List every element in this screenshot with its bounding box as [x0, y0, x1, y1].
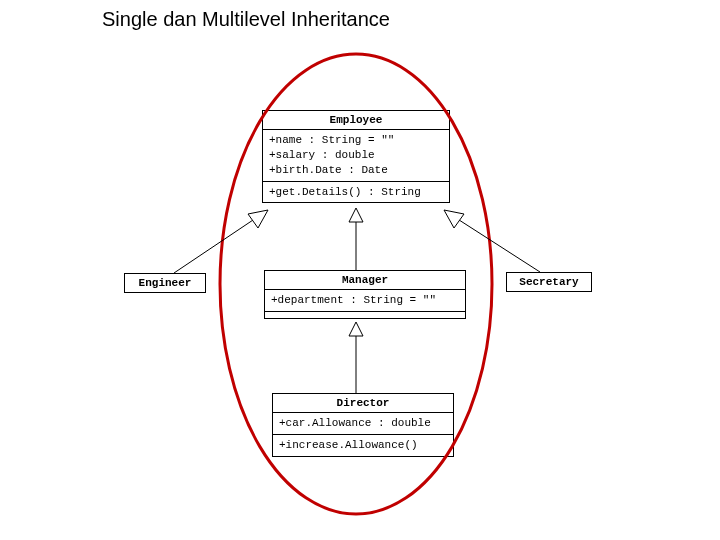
class-name: Secretary [507, 273, 591, 291]
svg-line-4 [456, 218, 540, 272]
slide-title: Single dan Multilevel Inheritance [102, 8, 390, 31]
class-operations: +increase.Allowance() [273, 435, 453, 456]
generalization-director-manager [349, 322, 363, 393]
class-operations [265, 312, 465, 318]
class-employee: Employee +name : String = "" +salary : d… [262, 110, 450, 203]
class-secretary: Secretary [506, 272, 592, 292]
svg-marker-5 [444, 210, 464, 228]
class-attributes: +name : String = "" +salary : double +bi… [263, 130, 449, 182]
class-name: Manager [265, 271, 465, 290]
class-name: Employee [263, 111, 449, 130]
class-manager: Manager +department : String = "" [264, 270, 466, 319]
class-operations: +get.Details() : String [263, 182, 449, 203]
class-name: Director [273, 394, 453, 413]
svg-marker-7 [349, 322, 363, 336]
svg-line-0 [174, 218, 256, 273]
class-attributes: +department : String = "" [265, 290, 465, 312]
svg-marker-1 [248, 210, 268, 228]
class-name: Engineer [125, 274, 205, 292]
class-engineer: Engineer [124, 273, 206, 293]
generalization-engineer-employee [174, 210, 268, 273]
generalization-secretary-employee [444, 210, 540, 272]
generalization-manager-employee [349, 208, 363, 270]
class-director: Director +car.Allowance : double +increa… [272, 393, 454, 457]
svg-marker-3 [349, 208, 363, 222]
class-attributes: +car.Allowance : double [273, 413, 453, 435]
